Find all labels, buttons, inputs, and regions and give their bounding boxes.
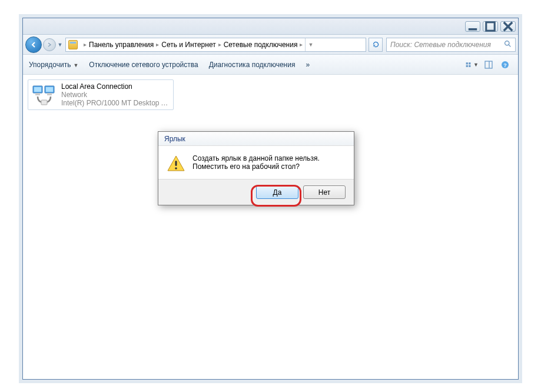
back-button[interactable] (25, 36, 42, 53)
warning-icon (167, 154, 185, 173)
dialog-line2: Поместить его на рабочий стол? (192, 162, 320, 171)
svg-rect-10 (485, 61, 492, 68)
network-connection-item[interactable]: Local Area Connection Network Intel(R) P… (28, 79, 174, 110)
shortcut-dialog: Ярлык Создать ярлык в данной папке нельз… (158, 131, 354, 205)
help-button[interactable]: ? (498, 58, 512, 71)
minimize-button[interactable] (465, 21, 480, 32)
search-icon (504, 40, 512, 49)
svg-point-22 (175, 167, 177, 170)
connection-name: Local Area Connection (61, 82, 170, 91)
chevron-right-icon: ▸ (300, 41, 303, 48)
forward-button[interactable] (43, 38, 56, 51)
path-dropdown[interactable]: ▼ (305, 38, 316, 51)
overflow-button[interactable]: » (306, 61, 310, 69)
svg-rect-20 (41, 100, 47, 105)
refresh-button[interactable] (369, 38, 383, 52)
connection-device: Intel(R) PRO/1000 MT Desktop Ad... (61, 99, 170, 107)
chevron-right-icon: ▸ (84, 41, 87, 48)
svg-rect-7 (469, 62, 470, 64)
maximize-button[interactable] (483, 21, 498, 32)
address-bar: ▼ ▸ Панель управления ▸ Сеть и Интернет … (23, 35, 518, 55)
disable-device-button[interactable]: Отключение сетевого устройства (89, 61, 198, 69)
chevron-down-icon: ▼ (73, 62, 78, 68)
svg-rect-17 (46, 87, 53, 92)
history-dropdown[interactable]: ▼ (56, 42, 64, 48)
content-area[interactable]: Local Area Connection Network Intel(R) P… (23, 75, 518, 379)
svg-rect-6 (466, 62, 468, 64)
dialog-buttons: Да Нет (158, 179, 354, 205)
svg-line-5 (509, 45, 510, 46)
connection-status: Network (61, 91, 170, 99)
chevron-down-icon: ▼ (473, 62, 479, 68)
svg-text:?: ? (503, 62, 507, 68)
search-input[interactable]: Поиск: Сетевые подключения (386, 38, 516, 52)
svg-rect-15 (34, 87, 41, 92)
svg-point-4 (505, 41, 509, 45)
svg-rect-8 (466, 65, 468, 67)
close-button[interactable] (500, 21, 516, 32)
yes-button[interactable]: Да (256, 185, 298, 199)
breadcrumb-item[interactable]: Сетевые подключения (224, 41, 298, 49)
titlebar (23, 18, 518, 35)
view-icons-button[interactable]: ▼ (465, 58, 479, 71)
dialog-body: Создать ярлык в данной папке нельзя. Пом… (158, 146, 354, 179)
toolbar: Упорядочить▼ Отключение сетевого устройс… (23, 55, 518, 75)
diagnose-button[interactable]: Диагностика подключения (209, 61, 296, 69)
svg-rect-1 (486, 22, 494, 30)
dialog-line1: Создать ярлык в данной папке нельзя. (192, 154, 320, 162)
preview-pane-button[interactable] (482, 58, 496, 71)
svg-rect-19 (47, 93, 52, 95)
organize-menu[interactable]: Упорядочить▼ (29, 61, 78, 69)
breadcrumb-item[interactable]: Панель управления (89, 41, 154, 49)
dialog-message: Создать ярлык в данной папке нельзя. Пом… (192, 154, 320, 173)
nav-buttons: ▼ (25, 36, 64, 53)
breadcrumb-item[interactable]: Сеть и Интернет (161, 41, 215, 49)
search-placeholder: Поиск: Сетевые подключения (390, 41, 491, 49)
no-button[interactable]: Нет (303, 185, 346, 199)
network-adapter-icon (32, 82, 57, 107)
svg-rect-21 (175, 161, 177, 166)
chevron-right-icon: ▸ (156, 41, 159, 48)
network-connections-icon (68, 40, 78, 49)
connection-text: Local Area Connection Network Intel(R) P… (61, 82, 170, 107)
svg-rect-18 (35, 93, 40, 95)
dialog-title: Ярлык (158, 132, 354, 146)
chevron-right-icon: ▸ (218, 41, 221, 48)
svg-rect-9 (469, 65, 470, 67)
breadcrumb[interactable]: ▸ Панель управления ▸ Сеть и Интернет ▸ … (65, 38, 366, 52)
